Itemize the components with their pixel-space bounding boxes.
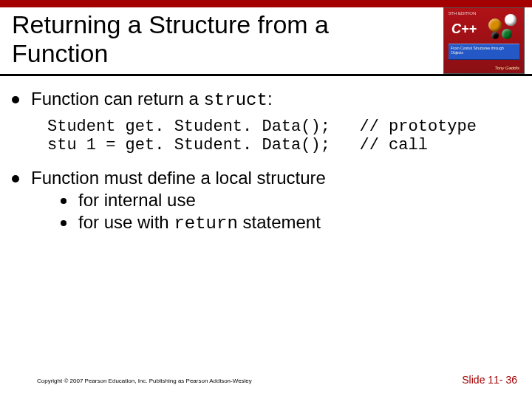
sub-bullet-text: for use with return statement bbox=[78, 212, 321, 233]
billiard-ball-icon bbox=[502, 29, 512, 39]
text-span: : bbox=[267, 89, 273, 109]
slide-number: Slide 11- 36 bbox=[462, 374, 517, 386]
sub-bullet-item: for internal use bbox=[61, 190, 326, 211]
slide-title: Returning a Structure from a Function bbox=[12, 10, 426, 68]
text-span: for use with bbox=[78, 212, 174, 232]
code-line: Student get. Student. Data(); // prototy… bbox=[47, 117, 477, 136]
inline-code: struct bbox=[203, 90, 267, 110]
bullet-dot-icon bbox=[61, 220, 66, 226]
code-block: Student get. Student. Data(); // prototy… bbox=[47, 117, 517, 154]
bullet-text: Function can return a struct: bbox=[31, 89, 273, 110]
billiard-ball-icon bbox=[488, 18, 502, 32]
bullet-dot-icon bbox=[61, 198, 66, 204]
billiard-ball-icon bbox=[505, 14, 516, 26]
sub-bullet-text: for internal use bbox=[78, 190, 196, 211]
text-span: statement bbox=[238, 212, 321, 232]
title-underline bbox=[0, 74, 532, 76]
billiard-ball-icon bbox=[491, 32, 499, 39]
top-accent-bar bbox=[0, 0, 532, 7]
cover-author: Tony Gaddis bbox=[495, 66, 519, 70]
cover-subtitle-panel: From Control Structures through Objects bbox=[449, 44, 519, 60]
bullet-text: Function must define a local structure f… bbox=[31, 168, 326, 233]
slide: Returning a Structure from a Function 5T… bbox=[0, 0, 532, 399]
slide-body: Function can return a struct: Student ge… bbox=[12, 89, 517, 241]
code-line: stu 1 = get. Student. Data(); // call bbox=[47, 136, 428, 154]
cover-edition-label: 5TH EDITION bbox=[449, 11, 476, 16]
bullet-dot-icon bbox=[12, 96, 19, 103]
inline-code: return bbox=[174, 214, 237, 233]
book-cover-thumbnail: 5TH EDITION C++ From Control Structures … bbox=[443, 7, 525, 74]
cover-logo-text: C++ bbox=[451, 21, 477, 37]
bullet-dot-icon bbox=[12, 175, 19, 183]
copyright-text: Copyright © 2007 Pearson Education, Inc.… bbox=[37, 378, 252, 384]
bullet-item: Function must define a local structure f… bbox=[12, 168, 517, 233]
text-span: Function can return a bbox=[31, 89, 203, 109]
cover-billiard-balls bbox=[485, 13, 519, 42]
bullet-item: Function can return a struct: bbox=[12, 89, 517, 110]
sub-bullet-item: for use with return statement bbox=[61, 212, 326, 233]
text-line: Function must define a local structure bbox=[31, 168, 326, 188]
